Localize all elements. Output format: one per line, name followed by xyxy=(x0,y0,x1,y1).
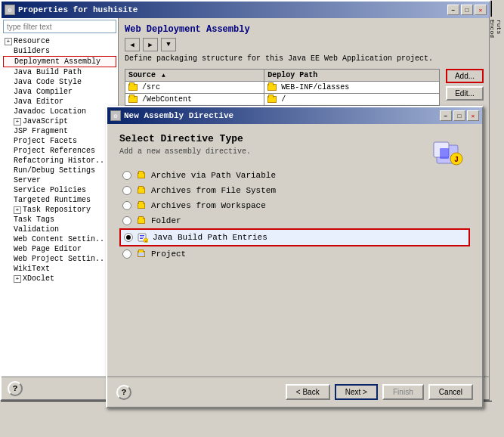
close-button[interactable]: ✕ xyxy=(475,5,487,15)
dialog-minimize-button[interactable]: − xyxy=(440,110,452,121)
deploy-path-column-header[interactable]: Deploy Path xyxy=(264,70,440,82)
source-column-header[interactable]: Source ▲ xyxy=(125,70,264,82)
sidebar-label: Validation xyxy=(14,225,59,234)
panel-title: Web Deployment Assembly xyxy=(125,24,484,35)
sidebar-label: XDoclet xyxy=(23,274,54,283)
folder-icon xyxy=(128,96,138,103)
source-cell: /src xyxy=(125,82,264,94)
sidebar-item-web-content-settings[interactable]: Web Content Settin... xyxy=(3,234,116,244)
maximize-button[interactable]: □ xyxy=(461,5,473,15)
directive-project[interactable]: Project xyxy=(119,246,470,262)
sidebar-item-javadoc-location[interactable]: Javadoc Location xyxy=(3,107,116,116)
sidebar-label: JSP Fragment xyxy=(14,127,68,135)
dialog-window-title: New Assembly Directive xyxy=(124,111,233,120)
sidebar-label: Run/Debug Settings xyxy=(14,166,95,175)
sidebar-label: Deployment Assembly xyxy=(14,57,100,66)
sidebar-item-java-compiler[interactable]: Java Compiler xyxy=(3,87,116,97)
sidebar-item-refactoring-history[interactable]: Refactoring Histor... xyxy=(3,156,116,166)
sidebar-label: Web Project Settin... xyxy=(14,255,109,263)
sidebar-label: Builders xyxy=(14,47,50,55)
svg-rect-7 xyxy=(140,237,144,237)
main-title-bar: ⚙ Properties for hushisite − □ ✕ xyxy=(2,2,490,18)
table-action-row: Source ▲ Deploy Path /src xyxy=(125,69,484,106)
archive-file-icon xyxy=(136,185,147,196)
sidebar-item-server[interactable]: Server xyxy=(3,175,116,185)
dialog-window-icon: ⚙ xyxy=(110,110,121,121)
nav-back-button[interactable]: ◀ xyxy=(125,38,140,51)
java-build-path-icon: J xyxy=(138,232,148,243)
dialog-title-buttons: − □ ✕ xyxy=(440,110,479,121)
sidebar-item-resource[interactable]: + Resource xyxy=(3,36,116,46)
filter-input[interactable] xyxy=(3,20,116,33)
add-button[interactable]: Add... xyxy=(446,69,484,83)
radio-folder[interactable] xyxy=(122,216,131,225)
sort-arrow-icon: ▲ xyxy=(162,72,165,79)
table-row[interactable]: /src WEB-INF/classes xyxy=(125,82,440,94)
new-assembly-directive-dialog: ⚙ New Assembly Directive − □ ✕ J Select … xyxy=(106,106,484,408)
finish-button[interactable]: Finish xyxy=(382,384,424,400)
radio-archive-path[interactable] xyxy=(122,171,131,180)
cancel-button[interactable]: Cancel xyxy=(428,384,473,400)
main-window-icon: ⚙ xyxy=(5,5,15,15)
directive-type-icon: J xyxy=(431,135,467,171)
sidebar-item-service-policies[interactable]: Service Policies xyxy=(3,185,116,195)
directive-archive-workspace[interactable]: Archives from Workspace xyxy=(119,198,470,213)
sidebar-item-java-code-style[interactable]: Java Code Style xyxy=(3,77,116,87)
main-window-title: Properties for hushisite xyxy=(18,5,138,14)
table-row[interactable]: /WebContent / xyxy=(125,94,440,106)
sidebar-item-targeted-runtimes[interactable]: Targeted Runtimes xyxy=(3,195,116,205)
dialog-maximize-button[interactable]: □ xyxy=(453,110,465,121)
back-button[interactable]: < Back xyxy=(286,384,330,400)
sidebar-item-jsp-fragment[interactable]: JSP Fragment xyxy=(3,126,116,136)
deploy-path-cell: / xyxy=(264,94,440,106)
nav-forward-button[interactable]: ▶ xyxy=(143,38,158,51)
help-button[interactable]: ? xyxy=(8,381,23,396)
sidebar-label: Targeted Runtimes xyxy=(14,196,91,204)
sidebar-item-java-editor[interactable]: Java Editor xyxy=(3,97,116,107)
dialog-sub-title: Add a new assembly directive. xyxy=(119,147,470,156)
dialog-close-button[interactable]: ✕ xyxy=(467,110,479,121)
folder-icon xyxy=(267,96,277,103)
sidebar-item-builders[interactable]: Builders xyxy=(3,46,116,56)
directive-label: Java Build Path Entries xyxy=(153,233,267,242)
sidebar-item-wikitext[interactable]: WikiText xyxy=(3,264,116,274)
sidebar-item-web-project-settings[interactable]: Web Project Settin... xyxy=(3,254,116,264)
sidebar-label: Project Facets xyxy=(14,137,77,145)
sidebar-item-task-repository[interactable]: + Task Repository xyxy=(3,205,116,215)
radio-project[interactable] xyxy=(122,249,131,259)
dialog-help-button[interactable]: ? xyxy=(116,385,131,400)
directive-archive-file-system[interactable]: Archives from File System xyxy=(119,183,470,198)
dialog-title-bar: ⚙ New Assembly Directive − □ ✕ xyxy=(107,107,482,124)
sidebar-item-validation[interactable]: Validation xyxy=(3,225,116,234)
sidebar-item-java-build-path[interactable]: Java Build Path xyxy=(3,67,116,77)
directive-archive-path-variable[interactable]: Archive via Path Variable xyxy=(119,168,470,183)
deploy-path-cell: WEB-INF/classes xyxy=(264,82,440,94)
radio-archive-workspace[interactable] xyxy=(122,201,131,210)
sidebar-item-web-page-editor[interactable]: Web Page Editor xyxy=(3,244,116,254)
sidebar-item-deployment-assembly[interactable]: Deployment Assembly xyxy=(3,56,116,67)
radio-archive-file[interactable] xyxy=(122,186,131,195)
deployment-table: Source ▲ Deploy Path /src xyxy=(125,69,440,106)
sidebar-item-javascript[interactable]: + JavaScript xyxy=(3,116,116,126)
radio-java-build-path[interactable] xyxy=(124,233,133,242)
expand-icon[interactable]: + xyxy=(14,118,21,126)
expand-icon[interactable]: + xyxy=(5,38,12,45)
svg-rect-2 xyxy=(440,148,449,159)
sidebar-label: JavaScript xyxy=(23,117,68,126)
sidebar-item-task-tags[interactable]: Task Tags xyxy=(3,215,116,225)
sidebar-item-project-references[interactable]: Project References xyxy=(3,146,116,156)
directive-folder[interactable]: Folder xyxy=(119,213,470,228)
sidebar-item-project-facets[interactable]: Project Facets xyxy=(3,136,116,146)
expand-icon[interactable]: + xyxy=(14,275,21,283)
nav-dropdown-button[interactable]: ▼ xyxy=(161,38,176,51)
sidebar-item-run-debug-settings[interactable]: Run/Debug Settings xyxy=(3,166,116,175)
expand-icon[interactable]: + xyxy=(14,206,21,214)
sidebar-item-xdoclet[interactable]: + XDoclet xyxy=(3,274,116,284)
minimize-button[interactable]: − xyxy=(447,5,459,15)
edit-button[interactable]: Edit... xyxy=(446,86,484,101)
source-cell: /WebContent xyxy=(125,94,264,106)
svg-rect-8 xyxy=(140,238,143,239)
sidebar-label: Refactoring Histor... xyxy=(14,157,109,165)
next-button[interactable]: Next > xyxy=(335,384,378,400)
directive-java-build-path-entries[interactable]: J Java Build Path Entries xyxy=(119,228,470,246)
